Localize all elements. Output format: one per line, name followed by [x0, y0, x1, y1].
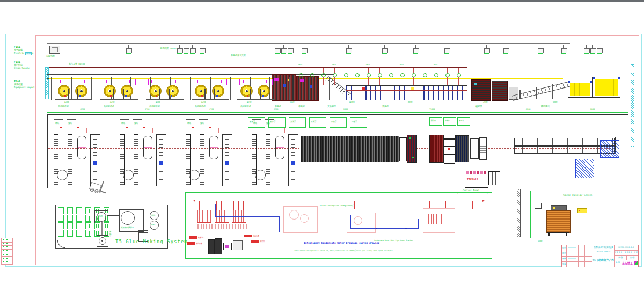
revision-mark — [6, 258, 8, 259]
company-logo-text: 东方精工 — [622, 261, 633, 265]
tb-divider — [592, 245, 592, 267]
approval-divider — [584, 251, 585, 256]
tag-dot — [579, 210, 580, 211]
horizontal-dim — [517, 238, 579, 238]
tb-title-big: T5 瓦楞纸板生产线 — [592, 258, 614, 261]
tb-hline — [614, 250, 638, 251]
revision-row — [2, 260, 12, 264]
approval-divider — [584, 256, 585, 261]
revision-mark — [3, 258, 4, 259]
revision-mark — [6, 243, 8, 244]
stand-leg — [548, 232, 550, 236]
approval-divider — [578, 245, 579, 251]
approval-divider — [566, 261, 567, 267]
approval-signature-line — [568, 258, 576, 259]
tb-hline — [592, 254, 614, 254]
tb-code-top: B2250-2200-2×2 — [615, 246, 638, 249]
approval-row: 批准 — [562, 261, 592, 267]
tb-hline — [614, 260, 638, 260]
revision-mark — [3, 243, 4, 244]
vertical-dim — [530, 191, 531, 238]
yellow-tag — [577, 208, 587, 213]
title-block: 设计校对审核批准 瓦楞纸板生产线设备布置图 WJ250-1800-Ⅱ T5 瓦楞… — [561, 245, 639, 267]
approval-role: 校对 — [562, 252, 566, 254]
tb-sheet-no: 第1张 — [627, 256, 638, 259]
revision-mark — [3, 239, 4, 240]
approval-role: 设计 — [562, 247, 566, 249]
tb-approval-grid: 设计校对审核批准 — [562, 245, 592, 267]
tb-model: WJ250-1800-Ⅱ — [592, 251, 614, 253]
approval-role: 批准 — [562, 263, 566, 265]
tb-scale: 1:75 — [616, 261, 620, 264]
revision-mark — [3, 254, 4, 255]
approval-signature-line — [568, 247, 576, 248]
tb-company: 瓦楞纸板生产线设备布置图 — [592, 246, 614, 249]
stand-leg — [566, 232, 567, 236]
display-stand-body — [546, 210, 571, 233]
approval-divider — [578, 261, 579, 267]
tb-sheet-total: 共1张 — [615, 256, 626, 259]
approval-divider — [578, 251, 579, 256]
revision-mark — [6, 250, 8, 251]
cad-drawing-screenshot: F1E1 电气配线 Electric Wiring F1A1 蒸汽供应 Stea… — [0, 0, 644, 299]
revision-mark — [6, 261, 8, 262]
dim-text: 1500 — [538, 240, 542, 242]
revision-mark — [3, 261, 4, 262]
revision-mark — [6, 246, 8, 247]
wall-strip — [517, 189, 521, 237]
revision-mark — [3, 250, 4, 251]
revision-mark — [6, 239, 8, 240]
approval-divider — [566, 251, 567, 256]
company-logo-icon — [634, 261, 638, 265]
revision-table — [1, 238, 13, 265]
approval-divider — [578, 256, 579, 261]
indicator-light — [553, 207, 555, 209]
speed-screen-label: Speed Display Screen — [564, 194, 592, 196]
approval-divider — [566, 245, 567, 251]
revision-mark — [3, 246, 4, 247]
approval-role: 审核 — [562, 258, 566, 260]
revision-mark — [6, 254, 8, 255]
approval-signature-line — [568, 264, 576, 264]
tb-code-strip: 2250·1800·22 — [615, 251, 638, 253]
approval-divider — [584, 261, 585, 267]
speed-display-area: Speed Display Screen 1500 — [0, 0, 644, 299]
approval-signature-line — [568, 253, 576, 253]
small-panel — [535, 203, 542, 209]
approval-divider — [584, 245, 585, 251]
approval-divider — [566, 256, 567, 261]
